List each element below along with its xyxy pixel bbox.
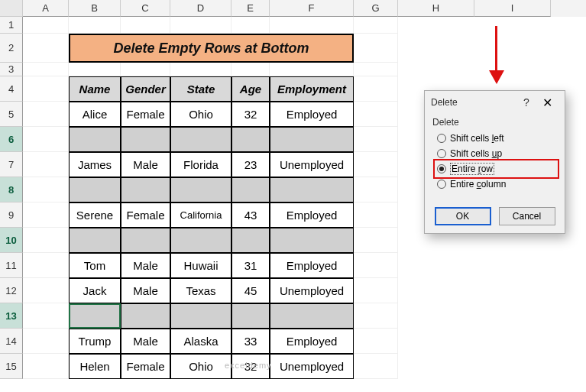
cell[interactable] <box>23 329 69 354</box>
td-age[interactable] <box>231 127 270 152</box>
row-header-3[interactable]: 3 <box>0 63 23 76</box>
td-employment[interactable]: Employed <box>270 202 354 228</box>
row-header-15[interactable]: 15 <box>0 354 23 379</box>
td-age[interactable] <box>231 228 270 253</box>
row-header-9[interactable]: 9 <box>0 202 23 228</box>
td-state[interactable] <box>170 303 231 329</box>
td-name[interactable] <box>69 127 121 152</box>
cell[interactable] <box>354 34 398 63</box>
td-name[interactable] <box>69 228 121 253</box>
col-header-D[interactable]: D <box>170 0 231 17</box>
td-gender[interactable]: Male <box>121 253 170 278</box>
td-employment[interactable] <box>270 303 354 329</box>
td-name[interactable]: Alice <box>69 102 121 127</box>
cell[interactable] <box>23 177 69 202</box>
cell[interactable] <box>354 177 398 202</box>
td-employment[interactable] <box>270 228 354 253</box>
col-header-C[interactable]: C <box>121 0 170 17</box>
td-gender[interactable]: Female <box>121 202 170 228</box>
td-employment[interactable]: Employed <box>270 102 354 127</box>
td-name[interactable]: Jack <box>69 278 121 303</box>
cell[interactable] <box>354 303 398 329</box>
row-header-4[interactable]: 4 <box>0 76 23 102</box>
cell[interactable] <box>354 278 398 303</box>
th-gender[interactable]: Gender <box>121 76 170 102</box>
cell[interactable] <box>270 63 354 76</box>
col-header-B[interactable]: B <box>69 0 121 17</box>
row-header-5[interactable]: 5 <box>0 102 23 127</box>
cell[interactable] <box>69 63 121 76</box>
cell[interactable] <box>270 17 354 34</box>
row-header-11[interactable]: 11 <box>0 253 23 278</box>
close-icon[interactable]: ✕ <box>536 96 558 110</box>
option-entire-row[interactable]: Entire row <box>435 161 557 177</box>
col-header-G[interactable]: G <box>354 0 398 17</box>
cell[interactable] <box>23 102 69 127</box>
td-state[interactable] <box>170 127 231 152</box>
active-cell[interactable] <box>69 303 121 329</box>
cell[interactable] <box>231 63 270 76</box>
th-name[interactable]: Name <box>69 76 121 102</box>
td-name[interactable]: James <box>69 152 121 177</box>
cell[interactable] <box>354 17 398 34</box>
td-state[interactable]: Ohio <box>170 354 231 379</box>
td-employment[interactable]: Employed <box>270 329 354 354</box>
td-age[interactable]: 33 <box>231 329 270 354</box>
cell[interactable] <box>354 76 398 102</box>
td-name[interactable]: Tom <box>69 253 121 278</box>
cell[interactable] <box>23 228 69 253</box>
td-state[interactable]: Alaska <box>170 329 231 354</box>
row-header-13[interactable]: 13 <box>0 303 23 329</box>
cell[interactable] <box>231 17 270 34</box>
cell[interactable] <box>23 253 69 278</box>
row-header-1[interactable]: 1 <box>0 17 23 34</box>
cell[interactable] <box>354 253 398 278</box>
cell[interactable] <box>354 152 398 177</box>
td-age[interactable] <box>231 177 270 202</box>
td-employment[interactable] <box>270 177 354 202</box>
td-gender[interactable] <box>121 127 170 152</box>
cell[interactable] <box>354 329 398 354</box>
row-header-6[interactable]: 6 <box>0 127 23 152</box>
cancel-button[interactable]: Cancel <box>499 207 555 225</box>
th-employment[interactable]: Employment <box>270 76 354 102</box>
td-state[interactable]: California <box>170 202 231 228</box>
col-header-A[interactable]: A <box>23 0 69 17</box>
td-name[interactable] <box>69 177 121 202</box>
row-header-12[interactable]: 12 <box>0 278 23 303</box>
cell[interactable] <box>23 63 69 76</box>
cell[interactable] <box>23 354 69 379</box>
option-entire-column[interactable]: Entire column <box>435 177 557 192</box>
cell[interactable] <box>23 127 69 152</box>
col-header-H[interactable]: H <box>398 0 474 17</box>
td-name[interactable]: Helen <box>69 354 121 379</box>
td-state[interactable]: Ohio <box>170 102 231 127</box>
cell[interactable] <box>170 17 231 34</box>
td-gender[interactable]: Male <box>121 329 170 354</box>
cell[interactable] <box>354 228 398 253</box>
td-name[interactable]: Trump <box>69 329 121 354</box>
td-state[interactable]: Texas <box>170 278 231 303</box>
td-age[interactable]: 32 <box>231 102 270 127</box>
help-icon[interactable]: ? <box>517 96 536 109</box>
cell[interactable] <box>354 202 398 228</box>
option-shift-cells-left[interactable]: Shift cells left <box>435 131 557 146</box>
col-header-F[interactable]: F <box>270 0 354 17</box>
row-header-2[interactable]: 2 <box>0 34 23 63</box>
cell[interactable] <box>23 17 69 34</box>
ok-button[interactable]: OK <box>435 207 491 225</box>
cell[interactable] <box>354 63 398 76</box>
td-gender[interactable]: Male <box>121 278 170 303</box>
td-gender[interactable] <box>121 303 170 329</box>
cell[interactable] <box>23 278 69 303</box>
cell[interactable] <box>23 34 69 63</box>
td-name[interactable]: Serene <box>69 202 121 228</box>
td-gender[interactable]: Male <box>121 152 170 177</box>
col-header-E[interactable]: E <box>231 0 270 17</box>
td-employment[interactable]: Employed <box>270 253 354 278</box>
cell[interactable] <box>170 63 231 76</box>
cell[interactable] <box>354 127 398 152</box>
th-state[interactable]: State <box>170 76 231 102</box>
td-age[interactable]: 31 <box>231 253 270 278</box>
td-gender[interactable]: Female <box>121 354 170 379</box>
